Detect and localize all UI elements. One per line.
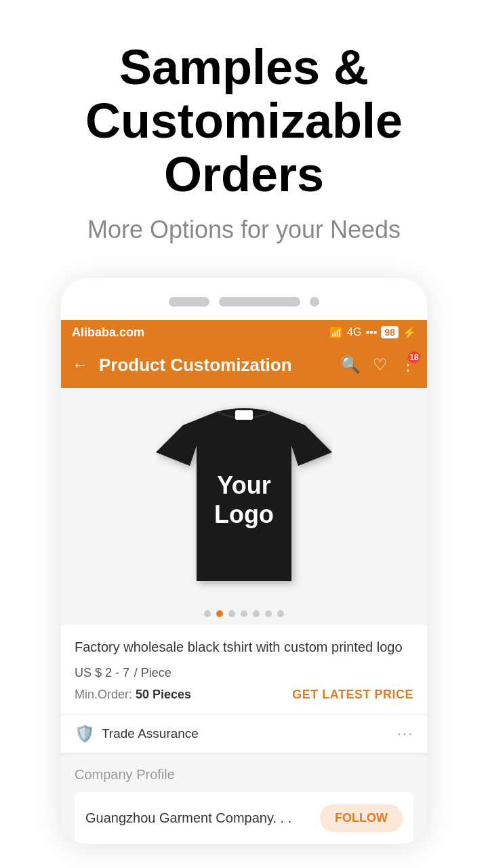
trade-assurance-row: 🛡️ Trade Assurance ··· xyxy=(61,714,427,755)
heart-icon[interactable]: ♡ xyxy=(373,355,388,374)
status-bar: Alibaba.com 📶 4G ▪▪▪ 98 ⚡ xyxy=(61,320,427,345)
search-icon[interactable]: 🔍 xyxy=(340,355,361,374)
carousel-dot-3[interactable] xyxy=(228,610,235,617)
hero-subtitle: More Options for your Needs xyxy=(27,216,461,244)
battery-indicator: 98 xyxy=(381,326,399,338)
carousel-dot-6[interactable] xyxy=(265,610,272,617)
tshirt-svg xyxy=(156,405,332,595)
product-order-row: Min.Order: 50 Pieces GET LATEST PRICE xyxy=(75,688,413,702)
notch-pill-dot xyxy=(310,297,319,307)
more-icon[interactable]: ⋮ 18 xyxy=(400,355,416,374)
nav-icons-group: 🔍 ♡ ⋮ 18 xyxy=(340,355,416,374)
company-name: Guangzhou Garment Company. . . xyxy=(85,810,291,826)
carousel-dot-7[interactable] xyxy=(277,610,284,617)
status-bar-right: 📶 4G ▪▪▪ 98 ⚡ xyxy=(329,326,416,339)
svg-rect-0 xyxy=(235,410,253,420)
company-section: Company Profile Guangzhou Garment Compan… xyxy=(61,755,427,844)
carousel-dot-4[interactable] xyxy=(241,610,247,617)
trade-assurance-more-button[interactable]: ··· xyxy=(397,725,413,743)
notification-badge: 18 xyxy=(407,350,422,365)
notch-pill-small xyxy=(169,297,209,307)
carousel-dot-2[interactable] xyxy=(216,610,223,617)
phone-notch-bar xyxy=(61,297,427,320)
phone-mockup: Alibaba.com 📶 4G ▪▪▪ 98 ⚡ ← Product Cust… xyxy=(61,278,427,844)
product-info: Factory wholesale black tshirt with cust… xyxy=(61,625,427,714)
company-row: Guangzhou Garment Company. . . FOLLOW xyxy=(75,792,413,844)
hero-title: Samples & Customizable Orders xyxy=(27,41,461,202)
trade-assurance-icon: 🛡️ xyxy=(75,724,95,743)
carousel-dot-5[interactable] xyxy=(253,610,260,617)
get-latest-price-button[interactable]: GET LATEST PRICE xyxy=(292,688,413,702)
back-button[interactable]: ← xyxy=(72,355,88,374)
product-image-area: YourLogo xyxy=(61,388,427,605)
carousel-dot-1[interactable] xyxy=(204,610,211,617)
price-unit: / Piece xyxy=(134,666,171,679)
signal-label: 4G xyxy=(347,326,361,338)
min-order-text: Min.Order: 50 Pieces xyxy=(75,688,191,702)
min-order-value: 50 Pieces xyxy=(136,688,191,701)
tshirt-image: YourLogo xyxy=(156,405,332,595)
company-profile-label: Company Profile xyxy=(75,767,413,783)
price-range: US $ 2 - 7 xyxy=(75,666,129,679)
follow-button[interactable]: FOLLOW xyxy=(320,804,403,832)
hero-section: Samples & Customizable Orders More Optio… xyxy=(0,0,488,264)
domain-label: Alibaba.com xyxy=(72,326,144,340)
product-price: US $ 2 - 7 / Piece xyxy=(75,662,413,681)
product-title: Factory wholesale black tshirt with cust… xyxy=(75,637,413,656)
trade-assurance-label: Trade Assurance xyxy=(102,726,397,741)
battery-bolt-icon: ⚡ xyxy=(403,326,416,339)
nav-bar: ← Product Customization 🔍 ♡ ⋮ 18 xyxy=(61,345,427,388)
signal-bars-icon: ▪▪▪ xyxy=(365,326,377,338)
notch-pill-large xyxy=(219,297,300,307)
wifi-icon: 📶 xyxy=(329,326,343,339)
carousel-dots xyxy=(61,605,427,625)
nav-title: Product Customization xyxy=(99,355,333,376)
